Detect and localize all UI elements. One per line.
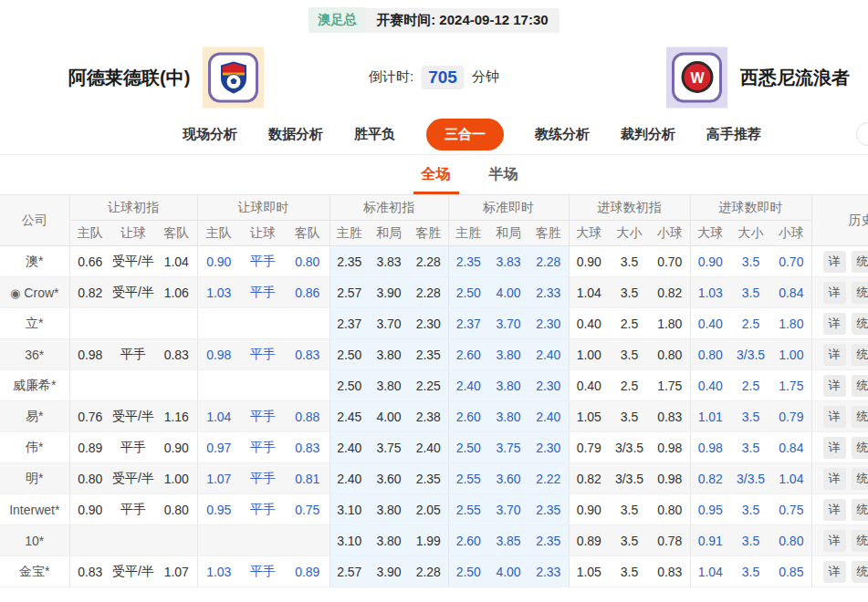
nav-scroll-button[interactable] (856, 122, 868, 146)
detail-button[interactable]: 详 (823, 313, 846, 335)
odds-cell: 平手 (240, 463, 286, 494)
detail-button[interactable]: 详 (823, 375, 846, 397)
odds-cell: 2.57 (329, 277, 369, 308)
stats-button[interactable]: 统 (852, 468, 868, 490)
stats-button[interactable]: 统 (852, 437, 868, 459)
col-sub: 客队 (286, 221, 329, 246)
match-header: 阿德莱德联(中) 倒计时: 705 分钟 W (0, 40, 868, 114)
odds-cell: 0.90 (197, 246, 240, 277)
odds-cell: 2.55 (448, 494, 488, 525)
odds-cell: 0.81 (286, 463, 329, 494)
odds-cell: 0.98 (197, 339, 240, 370)
odds-cell: 0.76 (69, 401, 110, 432)
table-row: Interwet*0.90平手0.800.95平手0.753.103.802.0… (0, 494, 868, 525)
odds-cell: 3.5 (609, 246, 650, 277)
odds-cell: 4.00 (488, 556, 528, 587)
odds-cell: 2.60 (448, 401, 488, 432)
odds-cell: 1.00 (569, 339, 609, 370)
subtab-1[interactable]: 全场 (420, 155, 453, 194)
nav-tab-7[interactable]: 高手推荐 (706, 126, 761, 143)
odds-cell: 0.84 (771, 432, 811, 463)
nav-tab-2[interactable]: 数据分析 (268, 126, 323, 143)
stats-button[interactable]: 统 (852, 251, 868, 273)
odds-cell: 3/3.5 (730, 463, 771, 494)
stats-button[interactable]: 统 (852, 313, 868, 335)
nav-tab-5[interactable]: 教练分析 (535, 126, 590, 143)
detail-button[interactable]: 详 (823, 344, 846, 366)
stats-button[interactable]: 统 (852, 375, 868, 397)
odds-cell: 0.40 (569, 308, 609, 339)
odds-cell: 平手 (240, 556, 286, 587)
row-actions: 详统 (811, 246, 868, 277)
odds-cell (197, 525, 240, 556)
detail-button[interactable]: 详 (823, 530, 846, 552)
odds-cell: 3.90 (369, 556, 409, 587)
col-sub: 客胜 (528, 221, 569, 246)
odds-cell: 3.5 (730, 494, 771, 525)
detail-button[interactable]: 详 (823, 561, 846, 583)
col-sub: 大球 (569, 221, 609, 246)
nav-tab-3[interactable]: 胜平负 (354, 126, 395, 143)
detail-button[interactable]: 详 (823, 437, 846, 459)
odds-cell: 2.5 (730, 308, 771, 339)
home-team-name: 阿德莱德联(中) (68, 65, 190, 89)
detail-button[interactable]: 详 (823, 282, 846, 304)
stats-button[interactable]: 统 (852, 561, 868, 583)
odds-cell: 2.25 (409, 370, 448, 401)
odds-cell: 平手 (240, 494, 286, 525)
odds-cell: 平手 (110, 432, 156, 463)
col-group-4: 标准即时 (448, 195, 569, 221)
odds-cell: 1.05 (569, 556, 609, 587)
stats-button[interactable]: 统 (852, 344, 868, 366)
odds-cell: 2.60 (448, 525, 488, 556)
odds-cell: 0.95 (197, 494, 240, 525)
table-row: 易*0.76受平/半1.161.04平手0.882.454.002.382.60… (0, 401, 868, 432)
odds-cell: 1.03 (690, 277, 730, 308)
odds-cell: 0.40 (690, 308, 730, 339)
odds-cell: 受平/半 (110, 401, 156, 432)
detail-button[interactable]: 详 (823, 251, 846, 273)
odds-cell: 3.5 (609, 339, 650, 370)
nav-tab-6[interactable]: 裁判分析 (621, 126, 675, 143)
home-team-logo (203, 47, 264, 108)
nav-tab-4[interactable]: 三合一 (426, 119, 504, 150)
col-sub: 主队 (197, 221, 240, 246)
col-group-3: 标准初指 (329, 195, 448, 221)
stats-button[interactable]: 统 (852, 282, 868, 304)
stats-button[interactable]: 统 (852, 406, 868, 428)
odds-cell: 0.70 (650, 246, 690, 277)
away-team-logo: W (666, 47, 727, 108)
odds-cell: 1.04 (771, 463, 811, 494)
odds-cell: 3/3.5 (730, 339, 771, 370)
odds-cell: 平手 (240, 432, 286, 463)
odds-cell (69, 370, 110, 401)
odds-cell: 0.89 (69, 432, 110, 463)
odds-table: 公司让球初指让球即时标准初指标准即时进球数初指进球数即时历史主队让球客队主队让球… (0, 194, 868, 587)
stats-button[interactable]: 统 (852, 499, 868, 521)
odds-cell: 3.80 (369, 494, 409, 525)
odds-cell: 2.35 (528, 494, 569, 525)
odds-cell: 2.50 (448, 432, 488, 463)
odds-cell: 0.90 (156, 432, 197, 463)
nav-tab-1[interactable]: 现场分析 (183, 126, 237, 143)
odds-cell: 1.99 (409, 525, 448, 556)
countdown-label: 倒计时: (369, 68, 413, 86)
odds-cell: 2.30 (409, 308, 448, 339)
odds-cell (156, 370, 197, 401)
detail-button[interactable]: 详 (823, 468, 846, 490)
odds-cell: 1.75 (650, 370, 690, 401)
odds-cell (286, 308, 329, 339)
odds-cell: 2.5 (609, 308, 650, 339)
odds-cell (197, 308, 240, 339)
subtab-2[interactable]: 半场 (487, 155, 520, 194)
detail-button[interactable]: 详 (823, 406, 846, 428)
detail-button[interactable]: 详 (823, 499, 846, 521)
odds-cell: 0.83 (286, 339, 329, 370)
odds-cell: 3.85 (488, 525, 528, 556)
stats-button[interactable]: 统 (852, 530, 868, 552)
row-actions: 详统 (811, 463, 868, 494)
odds-cell: 3.75 (369, 432, 409, 463)
countdown-value: 705 (421, 66, 465, 89)
odds-cell: 2.55 (448, 463, 488, 494)
odds-cell: 3.60 (488, 463, 528, 494)
